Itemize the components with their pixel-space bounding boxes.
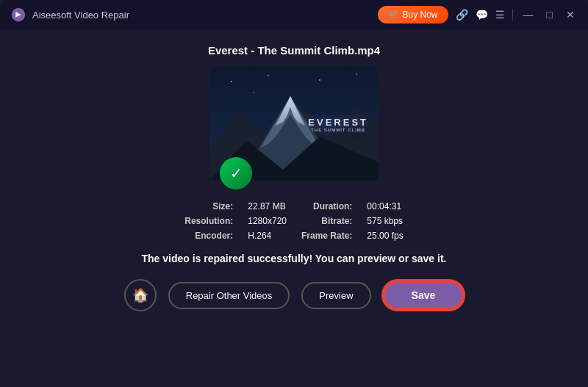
svg-point-5 <box>356 73 357 75</box>
duration-label: Duration: <box>301 201 352 211</box>
chat-icon[interactable]: 💬 <box>476 9 488 21</box>
svg-point-6 <box>253 92 254 93</box>
menu-icon[interactable]: ☰ <box>495 9 505 21</box>
home-button[interactable]: 🏠 <box>124 279 157 311</box>
app-logo-icon <box>10 7 26 23</box>
title-divider <box>512 9 513 21</box>
title-bar-right: 🛒 Buy Now 🔗 💬 ☰ — □ ✕ <box>378 6 578 23</box>
video-title: Everest - The Summit Climb.mp4 <box>208 44 380 57</box>
buy-now-label: Buy Now <box>403 10 438 20</box>
link-icon[interactable]: 🔗 <box>456 9 468 21</box>
size-value: 22.87 MB <box>248 201 287 211</box>
everest-label: EVEREST THE SUMMIT CLIMB <box>308 116 368 131</box>
framerate-label: Frame Rate: <box>301 231 352 241</box>
duration-value: 00:04:31 <box>367 201 403 211</box>
action-buttons: 🏠 Repair Other Videos Preview Save <box>124 279 465 311</box>
svg-point-2 <box>231 81 232 82</box>
preview-button[interactable]: Preview <box>301 282 370 309</box>
video-meta: Size: 22.87 MB Duration: 00:04:31 Resolu… <box>184 201 403 241</box>
main-content: Everest - The Summit Climb.mp4 <box>0 29 588 387</box>
close-button[interactable]: ✕ <box>563 7 578 22</box>
framerate-value: 25.00 fps <box>367 231 403 241</box>
encoder-value: H.264 <box>248 231 287 241</box>
minimize-button[interactable]: — <box>520 7 537 22</box>
save-button[interactable]: Save <box>383 281 465 310</box>
title-bar-left: Aiseesoft Video Repair <box>10 7 129 23</box>
repair-other-videos-button[interactable]: Repair Other Videos <box>168 282 290 309</box>
svg-point-3 <box>268 75 269 76</box>
svg-point-4 <box>319 79 320 81</box>
buy-now-button[interactable]: 🛒 Buy Now <box>378 6 448 23</box>
everest-sub: THE SUMMIT CLIMB <box>308 127 368 131</box>
resolution-label: Resolution: <box>184 216 233 226</box>
resolution-value: 1280x720 <box>248 216 287 226</box>
title-bar: Aiseesoft Video Repair 🛒 Buy Now 🔗 💬 ☰ —… <box>0 0 588 29</box>
encoder-label: Encoder: <box>184 231 233 241</box>
success-message: The video is repaired successfully! You … <box>142 253 447 264</box>
home-icon: 🏠 <box>132 287 148 303</box>
app-title: Aiseesoft Video Repair <box>32 10 129 21</box>
cart-icon: 🛒 <box>388 10 399 20</box>
bitrate-label: Bitrate: <box>301 216 352 226</box>
size-label: Size: <box>184 201 233 211</box>
success-check-badge: ✓ <box>220 157 252 189</box>
maximize-button[interactable]: □ <box>544 7 556 22</box>
bitrate-value: 575 kbps <box>367 216 403 226</box>
video-thumbnail-wrapper: EVEREST THE SUMMIT CLIMB ✓ <box>209 67 379 181</box>
